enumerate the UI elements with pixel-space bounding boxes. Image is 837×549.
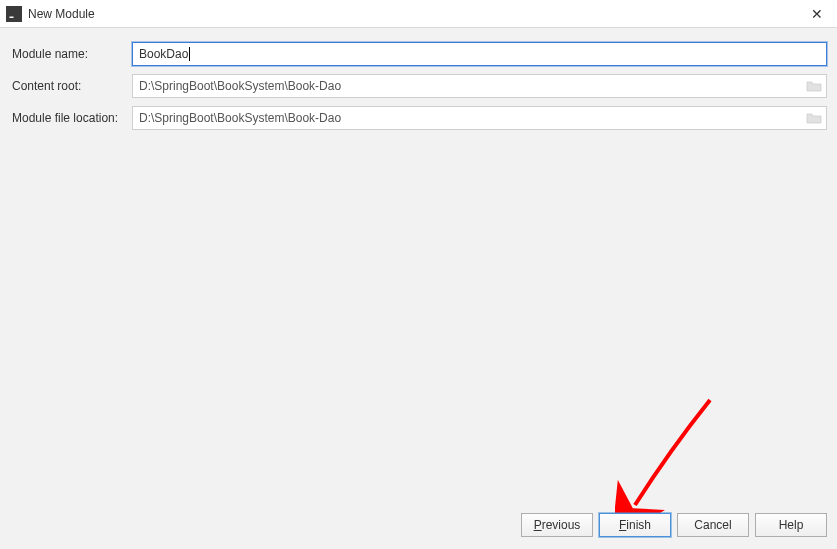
arrow-annotation: [615, 395, 725, 525]
title-bar: New Module ✕: [0, 0, 837, 28]
content-root-label: Content root:: [10, 79, 132, 93]
content-root-value: D:\SpringBoot\BookSystem\Book-Dao: [139, 79, 341, 93]
app-icon: [6, 6, 22, 22]
previous-rest: revious: [542, 518, 581, 532]
content-root-input[interactable]: D:\SpringBoot\BookSystem\Book-Dao: [132, 74, 827, 98]
module-name-label: Module name:: [10, 47, 132, 61]
cancel-label: Cancel: [694, 518, 731, 532]
finish-rest: inish: [626, 518, 651, 532]
module-name-input[interactable]: BookDao: [132, 42, 827, 66]
finish-button[interactable]: Finish: [599, 513, 671, 537]
browse-folder-icon[interactable]: [806, 79, 822, 93]
module-name-value: BookDao: [139, 47, 188, 61]
browse-folder-icon[interactable]: [806, 111, 822, 125]
previous-ul: P: [534, 518, 542, 532]
module-file-location-input-wrap: D:\SpringBoot\BookSystem\Book-Dao: [132, 106, 827, 130]
close-button[interactable]: ✕: [803, 4, 831, 24]
content-root-input-wrap: D:\SpringBoot\BookSystem\Book-Dao: [132, 74, 827, 98]
module-file-location-value: D:\SpringBoot\BookSystem\Book-Dao: [139, 111, 341, 125]
content-root-row: Content root: D:\SpringBoot\BookSystem\B…: [10, 74, 827, 98]
dialog-content: Module name: BookDao Content root: D:\Sp…: [0, 28, 837, 152]
window-title: New Module: [28, 7, 803, 21]
svg-rect-1: [10, 16, 14, 18]
module-name-input-wrap: BookDao: [132, 42, 827, 66]
svg-rect-0: [8, 8, 20, 20]
text-caret: [189, 47, 190, 61]
module-name-row: Module name: BookDao: [10, 42, 827, 66]
module-file-location-row: Module file location: D:\SpringBoot\Book…: [10, 106, 827, 130]
button-bar: Previous Finish Cancel Help: [521, 513, 827, 537]
help-label: Help: [779, 518, 804, 532]
previous-button[interactable]: Previous: [521, 513, 593, 537]
help-button[interactable]: Help: [755, 513, 827, 537]
module-file-location-label: Module file location:: [10, 111, 132, 125]
cancel-button[interactable]: Cancel: [677, 513, 749, 537]
module-file-location-input[interactable]: D:\SpringBoot\BookSystem\Book-Dao: [132, 106, 827, 130]
